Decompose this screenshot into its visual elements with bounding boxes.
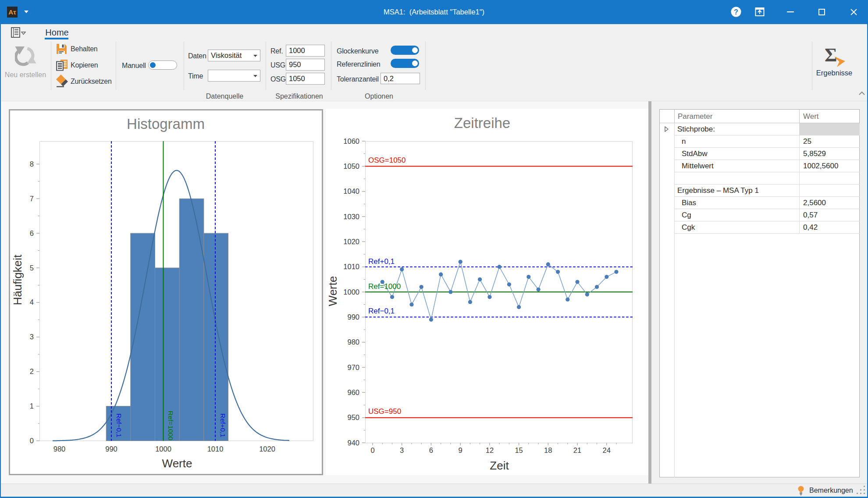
svg-text:1060: 1060 xyxy=(343,137,359,145)
svg-text:Σ: Σ xyxy=(825,44,837,66)
svg-text:9: 9 xyxy=(459,446,462,454)
svg-text:Zeit: Zeit xyxy=(490,459,509,472)
svg-text:3: 3 xyxy=(400,446,404,454)
svg-text:1000: 1000 xyxy=(155,445,171,453)
svg-text:1020: 1020 xyxy=(343,238,359,245)
svg-text:2: 2 xyxy=(30,367,34,375)
svg-text:1010: 1010 xyxy=(343,263,359,270)
svg-text:990: 990 xyxy=(105,445,117,453)
svg-text:Häufigkeit: Häufigkeit xyxy=(11,254,24,305)
svg-text:Ref=1000: Ref=1000 xyxy=(368,282,401,291)
svg-text:24: 24 xyxy=(603,446,611,454)
svg-text:3: 3 xyxy=(30,333,34,341)
svg-text:4: 4 xyxy=(30,298,34,306)
svg-text:7: 7 xyxy=(30,195,34,203)
svg-text:6: 6 xyxy=(429,446,433,454)
svg-text:Ref−0,1: Ref−0,1 xyxy=(115,413,123,438)
svg-text:Histogramm: Histogramm xyxy=(127,116,205,132)
svg-text:1050: 1050 xyxy=(343,162,359,170)
svg-text:980: 980 xyxy=(347,338,359,346)
svg-text:1000: 1000 xyxy=(343,288,359,296)
svg-text:5: 5 xyxy=(30,264,34,272)
svg-text:970: 970 xyxy=(347,363,359,371)
svg-text:6: 6 xyxy=(30,229,34,237)
svg-text:0: 0 xyxy=(370,446,374,454)
svg-text:960: 960 xyxy=(347,388,359,396)
svg-text:Ref−0,1: Ref−0,1 xyxy=(368,307,395,315)
svg-text:OSG=1050: OSG=1050 xyxy=(368,156,406,164)
svg-text:980: 980 xyxy=(53,445,66,453)
svg-text:?: ? xyxy=(734,8,738,16)
svg-text:USG=950: USG=950 xyxy=(368,407,401,416)
svg-text:21: 21 xyxy=(573,446,581,454)
svg-text:Ref+0,1: Ref+0,1 xyxy=(219,413,227,438)
svg-text:Ref+0,1: Ref+0,1 xyxy=(368,257,395,266)
svg-text:990: 990 xyxy=(347,313,359,321)
svg-text:1020: 1020 xyxy=(259,445,275,453)
svg-text:Werte: Werte xyxy=(326,276,339,306)
svg-text:12: 12 xyxy=(486,446,494,454)
svg-text:18: 18 xyxy=(544,446,552,454)
svg-text:0: 0 xyxy=(30,437,34,445)
svg-text:15: 15 xyxy=(515,446,523,454)
svg-text:Zeitreihe: Zeitreihe xyxy=(454,115,510,131)
svg-text:1: 1 xyxy=(30,402,34,410)
svg-text:940: 940 xyxy=(347,439,359,447)
svg-text:950: 950 xyxy=(347,413,359,421)
svg-text:1010: 1010 xyxy=(207,445,224,453)
svg-text:Werte: Werte xyxy=(162,457,192,470)
svg-text:1030: 1030 xyxy=(343,213,359,221)
svg-text:Ref=1000: Ref=1000 xyxy=(167,411,174,441)
svg-text:1040: 1040 xyxy=(343,187,359,195)
svg-text:8: 8 xyxy=(30,160,34,168)
